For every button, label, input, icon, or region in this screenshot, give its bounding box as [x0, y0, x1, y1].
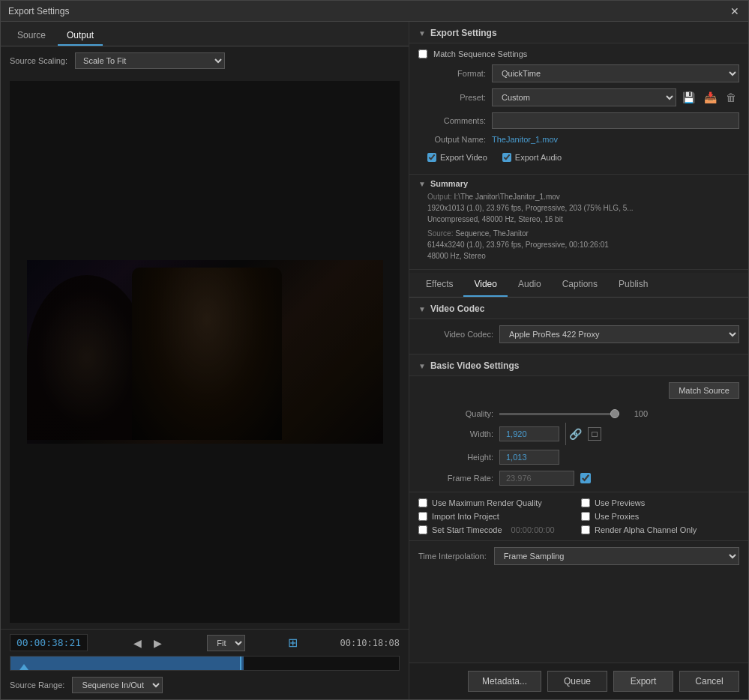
- frame-icon[interactable]: ⊞: [288, 636, 298, 650]
- export-settings-window: Export Settings ✕ Source Output Source S…: [0, 0, 749, 700]
- height-row: Height:: [418, 450, 739, 465]
- export-audio-checkbox[interactable]: [502, 153, 511, 162]
- go-to-out-button[interactable]: ▶: [151, 636, 165, 651]
- set-start-timecode-item: Set Start Timecode 00:00:00:00: [418, 525, 577, 534]
- tab-effects[interactable]: Effects: [415, 273, 463, 297]
- export-video-checkbox[interactable]: [427, 153, 436, 162]
- video-codec-row: Video Codec: Apple ProRes 422 Proxy: [418, 325, 739, 343]
- use-previews-checkbox[interactable]: [581, 498, 590, 507]
- match-sequence-row: Match Sequence Settings: [418, 49, 739, 58]
- video-codec-header: ▼ Video Codec: [409, 298, 748, 319]
- source-range-select[interactable]: Sequence In/Out: [72, 677, 163, 693]
- metadata-button[interactable]: Metadata...: [468, 671, 541, 692]
- render-alpha-channel-checkbox[interactable]: [581, 525, 590, 534]
- use-proxies-checkbox[interactable]: [581, 512, 590, 521]
- quality-label: Quality:: [418, 409, 493, 418]
- import-into-project-item: Import Into Project: [418, 512, 577, 521]
- timecode-start: 00:00:38:21: [10, 634, 88, 651]
- right-panel: ▼ Export Settings Match Sequence Setting…: [409, 22, 748, 699]
- video-settings-panel: ▼ Video Codec Video Codec: Apple ProRes …: [409, 298, 748, 663]
- link-dimensions-icon[interactable]: 🔗: [569, 428, 582, 440]
- set-start-timecode-checkbox[interactable]: [418, 525, 427, 534]
- tab-source[interactable]: Source: [8, 26, 55, 46]
- video-settings: ▼ Video Codec Video Codec: Apple ProRes …: [409, 298, 748, 571]
- quality-slider[interactable]: [499, 413, 619, 415]
- source-scaling-select[interactable]: Scale To Fit: [75, 52, 225, 69]
- frame-rate-input[interactable]: [499, 471, 574, 486]
- video-codec-title: Video Codec: [430, 304, 484, 314]
- time-interpolation-select[interactable]: Frame Sampling: [494, 547, 739, 565]
- set-start-timecode-label: Set Start Timecode: [432, 525, 502, 534]
- quality-row: Quality: 100: [418, 409, 739, 418]
- summary-arrow: ▼: [418, 180, 426, 188]
- export-video-item: Export Video: [427, 153, 487, 162]
- comments-row: Comments:: [418, 112, 739, 129]
- tab-output[interactable]: Output: [58, 26, 103, 46]
- import-into-project-label: Import Into Project: [432, 512, 499, 521]
- time-interpolation-row: Time Interpolation: Frame Sampling: [409, 540, 748, 571]
- summary-header[interactable]: ▼ Summary: [418, 179, 739, 188]
- save-preset-button[interactable]: 💾: [679, 90, 698, 105]
- comments-input[interactable]: [492, 112, 739, 129]
- close-button[interactable]: ✕: [729, 5, 741, 17]
- output-name-link[interactable]: TheJanitor_1.mov: [492, 135, 558, 144]
- frame-rate-checkbox[interactable]: [580, 473, 591, 483]
- video-codec-arrow[interactable]: ▼: [418, 305, 426, 313]
- dimension-bracket: [565, 423, 566, 445]
- playhead-triangle: [19, 664, 28, 670]
- title-bar: Export Settings ✕: [1, 1, 748, 22]
- export-button[interactable]: Export: [613, 671, 673, 692]
- bottom-checkboxes: Use Maximum Render Quality Use Previews …: [409, 492, 748, 540]
- source-range-label: Source Range:: [10, 681, 64, 690]
- use-max-render-quality-item: Use Maximum Render Quality: [418, 498, 577, 507]
- source-range-row: Source Range: Sequence In/Out: [1, 674, 409, 699]
- left-panel: Source Output Source Scaling: Scale To F…: [1, 22, 409, 699]
- tab-video[interactable]: Video: [463, 273, 507, 297]
- width-input[interactable]: [499, 426, 559, 441]
- summary-section: ▼ Summary Output: I:\The Janitor\TheJani…: [409, 174, 748, 266]
- tab-captions[interactable]: Captions: [552, 273, 608, 297]
- import-preset-button[interactable]: 📥: [701, 90, 720, 105]
- preset-controls: Custom 💾 📥 🗑: [492, 88, 739, 106]
- timecode-end: 00:10:18:08: [340, 638, 399, 648]
- time-interpolation-label: Time Interpolation:: [418, 552, 487, 561]
- match-sequence-checkbox[interactable]: [418, 49, 427, 58]
- tab-audio[interactable]: Audio: [508, 273, 552, 297]
- source-scaling-row: Source Scaling: Scale To Fit: [1, 46, 409, 75]
- frame-rate-label: Frame Rate:: [418, 474, 493, 483]
- basic-video-arrow[interactable]: ▼: [418, 362, 426, 370]
- export-settings-body: Match Sequence Settings Format: QuickTim…: [409, 43, 748, 174]
- left-tabs: Source Output: [1, 22, 409, 46]
- format-select[interactable]: QuickTime: [492, 64, 739, 82]
- summary-title: Summary: [430, 179, 468, 188]
- height-label: Height:: [418, 453, 493, 462]
- match-sequence-label: Match Sequence Settings: [433, 49, 527, 58]
- export-options-row: Export Video Export Audio: [418, 150, 739, 168]
- export-settings-arrow[interactable]: ▼: [418, 29, 426, 37]
- timeline-bar[interactable]: [10, 656, 400, 671]
- video-tabs: Effects Video Audio Captions Publish: [409, 273, 748, 298]
- window-title: Export Settings: [8, 6, 69, 16]
- quality-value: 100: [625, 409, 648, 418]
- preset-select[interactable]: Custom: [492, 88, 676, 106]
- go-to-in-button[interactable]: ◀: [130, 636, 145, 651]
- source-scaling-label: Source Scaling:: [10, 56, 67, 65]
- fit-select[interactable]: Fit: [207, 635, 245, 651]
- aspect-ratio-icon[interactable]: □: [588, 427, 601, 441]
- use-max-render-quality-checkbox[interactable]: [418, 498, 427, 507]
- summary-source: Source: Sequence, TheJanitor 6144x3240 (…: [418, 228, 739, 262]
- queue-button[interactable]: Queue: [547, 671, 607, 692]
- delete-preset-button[interactable]: 🗑: [723, 90, 739, 105]
- tab-publish[interactable]: Publish: [608, 273, 658, 297]
- width-label: Width:: [418, 429, 493, 438]
- match-source-button[interactable]: Match Source: [669, 382, 739, 399]
- import-into-project-checkbox[interactable]: [418, 512, 427, 521]
- video-codec-select[interactable]: Apple ProRes 422 Proxy: [499, 325, 739, 343]
- basic-video-body: Match Source Quality: 100 Width:: [409, 376, 748, 492]
- cancel-button[interactable]: Cancel: [679, 671, 739, 692]
- export-settings-header: ▼ Export Settings: [409, 22, 748, 43]
- timeline-fill: [10, 657, 244, 670]
- height-input[interactable]: [499, 450, 559, 465]
- basic-video-header: ▼ Basic Video Settings: [409, 354, 748, 376]
- export-audio-label: Export Audio: [515, 153, 562, 162]
